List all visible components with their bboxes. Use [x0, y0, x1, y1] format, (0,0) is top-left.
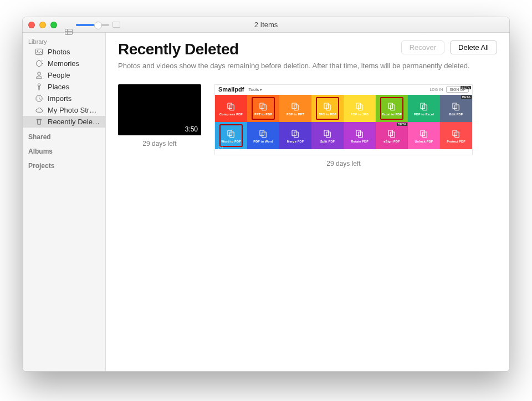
sidebar-item-label: My Photo Str…: [48, 106, 96, 114]
sidebar-section-albums[interactable]: Albums: [23, 142, 105, 156]
favorite-heart-icon: ♡: [217, 145, 223, 153]
screenshot-tools-menu: Tools: [248, 87, 262, 92]
tool-tile-label: Edit PDF: [449, 113, 463, 116]
zoom-slider[interactable]: [76, 24, 109, 26]
sidebar-item-label: Recently Dele…: [48, 118, 100, 126]
highlight-box: [380, 97, 403, 120]
tool-tile: Excel to PDF: [376, 95, 408, 122]
fullscreen-icon[interactable]: [50, 22, 57, 28]
video-duration-label: 3:50: [185, 125, 198, 133]
tool-tile-label: PDF to JPG: [351, 113, 369, 116]
deleted-item[interactable]: 3:50 29 days left: [118, 84, 201, 148]
screenshot-login: LOG IN: [429, 88, 443, 92]
sidebar-item-label: Memories: [48, 59, 79, 68]
people-toggle-icon[interactable]: [112, 22, 120, 28]
thumbnail-grid-icon[interactable]: [65, 29, 73, 35]
days-left-label: 29 days left: [326, 160, 360, 167]
sidebar-item-label: Places: [48, 83, 69, 91]
tile-row: Compress PDFPPT to PDFPDF to PPTJPG to P…: [215, 95, 472, 122]
tool-tile-label: PDF to Word: [253, 140, 273, 143]
tool-tile: Compress PDF: [215, 95, 247, 122]
photos-icon: [35, 48, 43, 56]
tool-tile-label: Merge PDF: [287, 140, 304, 143]
tool-tile: PDF to Excel: [408, 95, 440, 122]
tool-tile-label: Protect PDF: [447, 140, 466, 143]
sidebar-item-label: People: [48, 71, 70, 79]
svg-point-1: [37, 50, 38, 52]
highlight-box: [252, 97, 275, 120]
tool-tile: eSign PDFBETA: [376, 122, 408, 149]
tool-tile-label: PDF to Excel: [414, 113, 434, 116]
tool-tile-label: Rotate PDF: [351, 140, 369, 143]
sidebar-item-places[interactable]: Places: [23, 81, 105, 93]
days-left-label: 29 days left: [142, 140, 176, 148]
sidebar-item-memories[interactable]: Memories: [23, 58, 105, 69]
delete-all-button[interactable]: Delete All: [450, 40, 497, 54]
tool-tile: Merge PDF: [279, 122, 311, 149]
imports-icon: [35, 94, 43, 103]
cloud-icon: [35, 106, 43, 114]
recover-button[interactable]: Recover: [401, 40, 444, 54]
memories-icon: [35, 59, 43, 68]
highlight-box: [219, 124, 243, 147]
trash-icon: [35, 118, 43, 126]
app-window: 2 Items Library Photos Memories: [22, 17, 510, 372]
sidebar: Library Photos Memories People: [23, 33, 106, 371]
tool-tile: Split PDF: [311, 122, 344, 149]
people-icon: [35, 71, 43, 79]
svg-point-3: [38, 72, 41, 75]
beta-badge: BETA: [461, 95, 472, 99]
sidebar-item-imports[interactable]: Imports: [23, 93, 105, 104]
tool-tile: PDF to JPG: [344, 95, 376, 122]
screenshot-thumbnail[interactable]: Smallpdf Tools LOG IN SIGN UP BETA Compr…: [214, 84, 473, 155]
sidebar-section-projects[interactable]: Projects: [23, 156, 105, 171]
tool-tile-label: eSign PDF: [383, 140, 400, 143]
beta-badge: BETA: [397, 123, 407, 126]
page-description: Photos and videos show the days remainin…: [118, 62, 497, 70]
tool-tile-label: Unlock PDF: [415, 140, 433, 143]
sidebar-item-people[interactable]: People: [23, 69, 105, 81]
beta-badge: BETA: [461, 86, 471, 89]
tool-tile: Edit PDFBETA: [440, 95, 472, 122]
tool-tile-label: PDF to PPT: [287, 113, 304, 116]
sidebar-item-label: Imports: [48, 94, 71, 103]
sidebar-item-recently-deleted[interactable]: Recently Dele…: [23, 116, 105, 128]
minimize-icon[interactable]: [39, 22, 46, 28]
deleted-item[interactable]: Smallpdf Tools LOG IN SIGN UP BETA Compr…: [214, 84, 473, 167]
tool-tile: PDF to Word: [247, 122, 279, 149]
sidebar-item-photos[interactable]: Photos: [23, 46, 105, 58]
highlight-box: [316, 97, 339, 120]
tool-tile: Protect PDF: [440, 122, 472, 149]
sidebar-header-library: Library: [23, 36, 105, 46]
screenshot-logo: Smallpdf: [218, 86, 244, 93]
svg-point-2: [36, 60, 42, 66]
tool-tile-label: Compress PDF: [219, 113, 243, 116]
sidebar-section-shared[interactable]: Shared: [23, 128, 105, 142]
tile-row: Word to PDFPDF to WordMerge PDFSplit PDF…: [215, 122, 472, 149]
sidebar-item-label: Photos: [48, 48, 70, 56]
main-panel: Recently Deleted Recover Delete All Phot…: [106, 33, 509, 371]
sidebar-item-photostream[interactable]: My Photo Str…: [23, 104, 105, 116]
tool-tile: Unlock PDF: [408, 122, 440, 149]
page-title: Recently Deleted: [118, 40, 239, 58]
svg-rect-0: [35, 49, 42, 54]
tool-tile: PPT to PDF: [247, 95, 279, 122]
screenshot-header: Smallpdf Tools LOG IN SIGN UP BETA: [215, 85, 472, 95]
tool-tile: Rotate PDF: [344, 122, 376, 149]
places-icon: [35, 83, 43, 91]
close-icon[interactable]: [28, 22, 35, 28]
video-thumbnail[interactable]: 3:50: [118, 84, 201, 135]
titlebar: 2 Items: [23, 17, 509, 33]
tool-tile: JPG to PDF: [311, 95, 344, 122]
tool-tile-label: Split PDF: [320, 140, 335, 143]
tool-tile: PDF to PPT: [279, 95, 311, 122]
